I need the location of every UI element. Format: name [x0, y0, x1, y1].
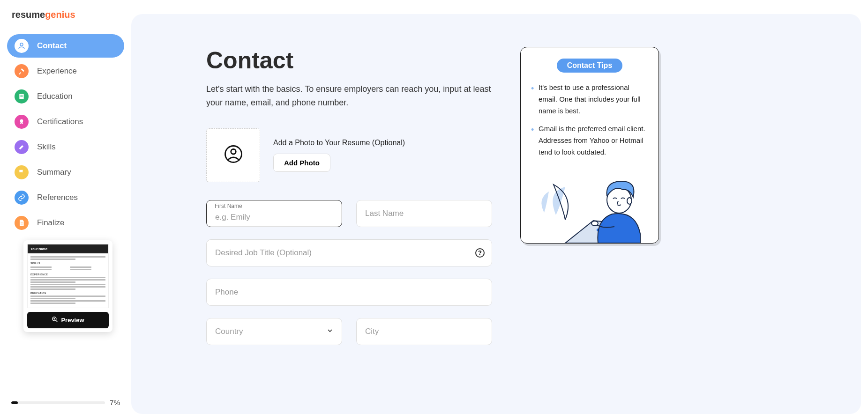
sidebar-item-summary[interactable]: Summary [7, 161, 124, 184]
svg-point-12 [231, 149, 236, 155]
svg-line-8 [56, 320, 58, 322]
page-title: Contact [206, 47, 492, 74]
zoom-in-icon [52, 316, 58, 324]
brand-logo[interactable]: resumegenius [7, 9, 124, 20]
hammer-icon [15, 64, 29, 78]
award-icon [15, 115, 29, 129]
document-icon [15, 216, 29, 230]
city-field-wrapper [356, 318, 492, 345]
person-circle-icon [224, 144, 243, 166]
sidebar-item-label: References [37, 193, 78, 202]
svg-point-0 [20, 43, 23, 46]
form-area: Contact Let's start with the basics. To … [206, 47, 492, 414]
svg-point-16 [627, 198, 632, 204]
brand-part1: resume [12, 9, 45, 20]
progress-fill [11, 401, 18, 404]
main-panel: Contact Let's start with the basics. To … [131, 14, 861, 414]
first-name-field-wrapper: First Name [206, 200, 342, 227]
last-name-field-wrapper [356, 200, 492, 227]
svg-point-4 [20, 119, 23, 123]
phone-field[interactable] [206, 279, 492, 306]
tips-card: Contact Tips It's best to use a professi… [520, 47, 659, 244]
help-icon[interactable]: ? [475, 248, 485, 258]
sidebar-item-finalize[interactable]: Finalize [7, 211, 124, 235]
resume-preview-card: Your Name SKILLS EXPERIENCE EDUCATION [23, 240, 112, 332]
photo-placeholder[interactable] [206, 128, 260, 182]
photo-section: Add a Photo to Your Resume (Optional) Ad… [206, 128, 492, 182]
tip-item: Gmail is the preferred email client. Add… [531, 123, 648, 158]
sidebar-item-label: Education [37, 92, 73, 101]
phone-field-wrapper [206, 279, 492, 306]
city-field[interactable] [356, 318, 492, 345]
sidebar-item-skills[interactable]: Skills [7, 135, 124, 159]
sidebar-item-label: Certifications [37, 117, 83, 126]
tips-list: It's best to use a professional email. O… [531, 82, 648, 158]
preview-button-label: Preview [61, 317, 84, 324]
book-icon [15, 89, 29, 104]
sidebar-item-education[interactable]: Education [7, 85, 124, 108]
preview-education-heading: EDUCATION [30, 292, 105, 295]
brand-part2: genius [45, 9, 75, 20]
sidebar-item-certifications[interactable]: Certifications [7, 110, 124, 133]
photo-label: Add a Photo to Your Resume (Optional) [273, 139, 405, 147]
sidebar-item-label: Finalize [37, 218, 65, 228]
sidebar-item-label: Experience [37, 67, 77, 76]
preview-skills-heading: SKILLS [30, 262, 105, 265]
sidebar-item-experience[interactable]: Experience [7, 59, 124, 83]
svg-point-14 [591, 221, 598, 226]
contact-form: First Name ? [206, 200, 492, 345]
preview-experience-heading: EXPERIENCE [30, 273, 105, 276]
link-icon [15, 191, 29, 205]
progress-text: 7% [110, 399, 120, 407]
first-name-label: First Name [215, 203, 242, 209]
country-select[interactable] [206, 318, 342, 345]
progress-bar [11, 401, 105, 404]
last-name-field[interactable] [356, 200, 492, 227]
tips-badge: Contact Tips [557, 59, 623, 73]
sidebar: resumegenius Contact Experience Educatio… [0, 0, 131, 414]
sidebar-item-contact[interactable]: Contact [7, 34, 124, 58]
sidebar-item-references[interactable]: References [7, 186, 124, 209]
preview-button[interactable]: Preview [27, 312, 109, 328]
tip-item: It's best to use a professional email. O… [531, 82, 648, 117]
country-field-wrapper [206, 318, 342, 345]
preview-name: Your Name [28, 244, 108, 253]
person-icon [15, 39, 29, 53]
sidebar-nav: Contact Experience Education Certificati… [7, 34, 124, 235]
add-photo-button[interactable]: Add Photo [273, 154, 330, 172]
flag-icon [15, 165, 29, 179]
sidebar-item-label: Contact [37, 41, 67, 51]
page-subtitle: Let's start with the basics. To ensure e… [206, 82, 492, 110]
progress-row: 7% [11, 399, 120, 407]
job-title-field-wrapper: ? [206, 239, 492, 266]
sidebar-item-label: Summary [37, 168, 71, 177]
job-title-field[interactable] [206, 239, 492, 266]
sidebar-item-label: Skills [37, 142, 56, 152]
tips-illustration [521, 163, 658, 243]
resume-thumbnail[interactable]: Your Name SKILLS EXPERIENCE EDUCATION [27, 244, 109, 308]
tools-icon [15, 140, 29, 154]
